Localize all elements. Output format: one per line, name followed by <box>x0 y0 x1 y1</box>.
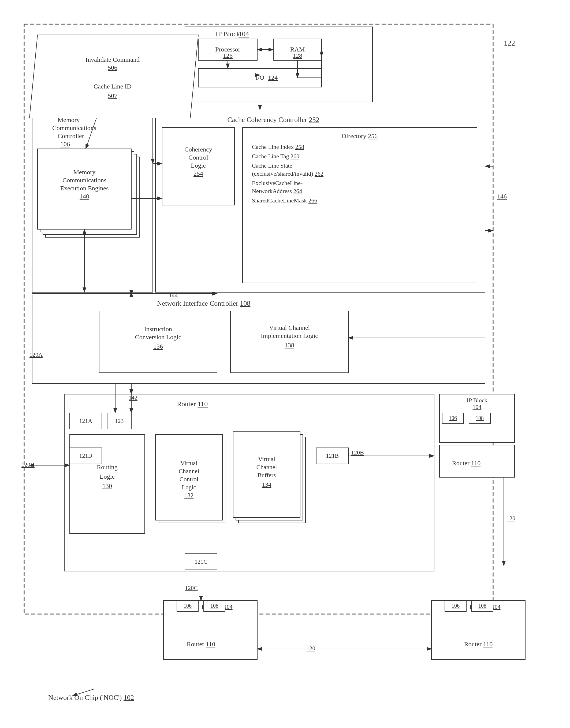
svg-text:Logic: Logic <box>191 162 206 169</box>
diagram-container: 122 IP Block 104 Processor 126 RAM 128 I… <box>16 11 557 719</box>
svg-text:I/O: I/O <box>256 74 264 81</box>
svg-text:144: 144 <box>169 292 178 299</box>
svg-text:506: 506 <box>108 64 117 71</box>
svg-text:Control: Control <box>180 476 198 483</box>
svg-text:Implementation Logic: Implementation Logic <box>261 332 318 339</box>
svg-text:Cache Coherency Controller  25: Cache Coherency Controller 252 <box>228 116 319 124</box>
svg-rect-113 <box>440 394 515 442</box>
svg-rect-78 <box>70 434 145 534</box>
svg-text:Invalidate Command: Invalidate Command <box>85 56 139 63</box>
svg-text:121D: 121D <box>79 452 92 459</box>
svg-rect-82 <box>158 437 225 523</box>
svg-rect-38 <box>156 110 485 292</box>
svg-text:IP Block: IP Block <box>216 30 240 38</box>
svg-rect-90 <box>236 434 303 520</box>
svg-text:121A: 121A <box>79 417 92 424</box>
svg-text:Virtual: Virtual <box>258 456 275 463</box>
svg-rect-89 <box>239 437 305 523</box>
svg-line-147 <box>86 118 96 149</box>
svg-text:120A: 120A <box>29 351 43 358</box>
svg-text:NetworkAddress 264: NetworkAddress 264 <box>252 188 302 194</box>
svg-text:ExclusiveCacheLine-: ExclusiveCacheLine- <box>252 180 303 186</box>
svg-rect-6 <box>185 27 372 102</box>
svg-rect-83 <box>156 434 222 520</box>
svg-text:Execution Engines: Execution Engines <box>60 185 109 192</box>
svg-text:Directory  256: Directory 256 <box>342 133 377 140</box>
svg-text:Channel: Channel <box>256 464 277 471</box>
svg-text:120B: 120B <box>351 449 364 456</box>
svg-rect-120 <box>440 445 515 477</box>
svg-text:Coherency: Coherency <box>184 146 212 153</box>
svg-text:146: 146 <box>497 193 507 200</box>
svg-text:128: 128 <box>293 52 302 59</box>
svg-text:145: 145 <box>156 110 165 117</box>
svg-text:108: 108 <box>478 603 486 609</box>
svg-rect-116 <box>442 413 464 424</box>
svg-text:Instruction: Instruction <box>144 326 172 333</box>
svg-text:Network On Chip ('NOC')  102: Network On Chip ('NOC') 102 <box>48 694 134 702</box>
svg-rect-126 <box>164 601 257 660</box>
svg-marker-142 <box>29 35 198 118</box>
svg-text:IP Block: IP Block <box>467 397 488 403</box>
svg-text:RAM: RAM <box>290 46 305 53</box>
svg-text:136: 136 <box>153 343 163 350</box>
svg-text:Control: Control <box>189 154 208 161</box>
svg-text:122: 122 <box>504 39 515 47</box>
svg-text:Cache Line State: Cache Line State <box>252 162 292 169</box>
svg-rect-139 <box>472 601 493 611</box>
svg-rect-100 <box>70 448 102 464</box>
svg-text:106: 106 <box>449 415 457 421</box>
svg-rect-40 <box>162 127 235 205</box>
svg-rect-74 <box>70 413 102 429</box>
svg-text:124: 124 <box>268 74 278 81</box>
svg-text:Cache Line Index 258: Cache Line Index 258 <box>252 144 304 150</box>
svg-text:Virtual Channel: Virtual Channel <box>269 324 310 331</box>
svg-rect-61 <box>32 295 485 383</box>
svg-rect-33 <box>37 149 131 229</box>
svg-text:121B: 121B <box>326 452 339 459</box>
svg-text:Network Interface Controller  : Network Interface Controller 108 <box>157 300 251 307</box>
svg-rect-72 <box>64 394 434 571</box>
svg-rect-3 <box>24 24 493 614</box>
svg-text:130: 130 <box>102 483 112 489</box>
svg-rect-130 <box>204 601 225 611</box>
svg-text:Router  110: Router 110 <box>177 400 208 408</box>
svg-rect-31 <box>43 154 137 235</box>
svg-text:104: 104 <box>239 30 249 38</box>
svg-text:Controller: Controller <box>58 133 84 140</box>
svg-text:132: 132 <box>184 492 194 499</box>
svg-text:Router  110: Router 110 <box>464 641 493 648</box>
svg-text:Router  110: Router 110 <box>452 460 481 467</box>
svg-text:Memory: Memory <box>73 169 96 176</box>
svg-rect-16 <box>198 68 322 87</box>
svg-text:Memory: Memory <box>58 116 80 123</box>
svg-rect-76 <box>107 413 131 429</box>
svg-text:IP Block  104: IP Block 104 <box>470 603 500 610</box>
svg-text:106: 106 <box>184 603 192 609</box>
svg-rect-67 <box>231 311 348 373</box>
svg-text:138: 138 <box>285 342 294 349</box>
svg-text:123: 123 <box>115 417 124 424</box>
svg-rect-32 <box>40 152 134 232</box>
svg-text:254: 254 <box>194 170 203 177</box>
svg-text:Communications: Communications <box>52 125 96 131</box>
svg-rect-137 <box>445 601 466 611</box>
svg-rect-63 <box>99 311 217 373</box>
svg-text:Cache Line Tag 260: Cache Line Tag 260 <box>252 153 299 160</box>
svg-text:507: 507 <box>108 92 117 99</box>
svg-rect-96 <box>316 448 348 464</box>
svg-rect-98 <box>185 554 217 570</box>
svg-text:108: 108 <box>210 603 218 609</box>
svg-rect-45 <box>243 127 477 283</box>
svg-text:106: 106 <box>60 141 70 148</box>
svg-text:(exclusive/shared/invalid) 262: (exclusive/shared/invalid) 262 <box>252 170 323 177</box>
svg-text:140: 140 <box>79 193 89 200</box>
svg-text:120D: 120D <box>21 461 35 468</box>
svg-text:SharedCacheLineMask 266: SharedCacheLineMask 266 <box>252 197 317 204</box>
svg-rect-118 <box>469 413 491 424</box>
svg-text:Communications: Communications <box>62 177 106 184</box>
svg-rect-9 <box>198 39 257 60</box>
svg-rect-91 <box>233 432 300 518</box>
svg-line-157 <box>72 689 94 696</box>
svg-text:Cache Line ID: Cache Line ID <box>93 83 131 90</box>
